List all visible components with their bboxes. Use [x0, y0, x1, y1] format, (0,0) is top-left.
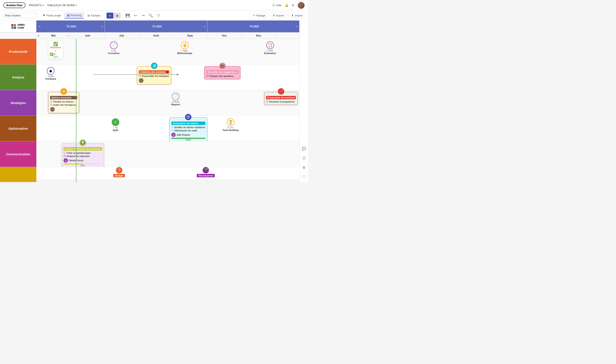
logo-button[interactable]: Bubble Plan — [3, 2, 26, 8]
month-spacer — [0, 33, 36, 39]
q4-collapse-button[interactable]: − — [296, 25, 298, 28]
automatiser-card[interactable]: ☰ Automatiser les tâches ☑dentifier les … — [169, 117, 207, 143]
rapport-date: 29 Août — [172, 101, 179, 103]
logo-cell — [14, 24, 16, 26]
category-communication[interactable]: Communication — [0, 142, 36, 167]
category-column: Productivité Analyse Stratégies Optimisa… — [0, 39, 36, 182]
programme-card[interactable]: 📌 Programme de mentorat ☐Structurer le p… — [264, 92, 298, 105]
bell-button[interactable]: 🔔 — [285, 4, 288, 7]
q3-label: T3 2024 — [152, 25, 162, 28]
q2-expand-button[interactable]: + — [38, 25, 41, 28]
programme-task-1: ☐Structurer le programme — [266, 100, 296, 103]
logo-area: AMMACORP — [0, 21, 36, 32]
pomodoro-milestone[interactable]: ✅ Pomodoro ≡ ✅ V... 100% — [48, 40, 63, 59]
share-icon: ↗ — [252, 14, 255, 17]
category-productivite[interactable]: Productivité — [0, 39, 36, 65]
bell-icon: 🔔 — [285, 4, 288, 7]
kanban-button[interactable]: ⊞ Kanban — [85, 13, 103, 18]
category-optimisation[interactable]: Optimisation — [0, 116, 36, 142]
chat-button[interactable]: 💬 — [301, 145, 307, 152]
planning-button[interactable]: ▦ Planning — [64, 13, 84, 19]
automatiser-label: Automatiser les tâches — [173, 122, 198, 125]
q2-collapse-button[interactable]: − — [101, 25, 103, 28]
logo-cell — [11, 27, 14, 29]
month-aout: Août — [139, 33, 173, 39]
month-nov: Nov. — [242, 33, 276, 39]
methodologie-date: 7 Sept. — [181, 50, 188, 52]
ateliers-label: Ateliers mensuels — [51, 96, 71, 99]
main-area: AMMACORP + T2 2024 − T3 2024 − — [0, 21, 308, 182]
bubble-view-button[interactable]: ◆ — [114, 13, 121, 19]
recueillir-label: Recueillir des suggestions — [207, 71, 237, 73]
category-bottom[interactable] — [0, 167, 36, 182]
nav-projets[interactable]: PROJETS ▾ — [29, 4, 44, 7]
panel-settings-button[interactable]: ⚙ — [301, 164, 307, 171]
q3-collapse-button[interactable]: − — [204, 25, 205, 28]
mai-collapse-button[interactable]: − — [67, 34, 69, 37]
automatiser-task-2: ☑Sélectionner les outils — [171, 129, 205, 132]
import-button[interactable]: ⬇ Import — [288, 13, 305, 18]
teambuilding-milestone[interactable]: 🏆 27 Oct. Team-Building — [222, 118, 239, 131]
agile-milestone[interactable]: ✓ 7 Juil. Agile — [112, 118, 119, 131]
project-name-input[interactable] — [2, 13, 37, 18]
category-analyse[interactable]: Analyse — [0, 65, 36, 90]
save-button[interactable]: 💾 — [124, 12, 131, 19]
export-button[interactable]: ⬆ Export — [270, 13, 287, 18]
evaluation-label: Évaluation — [264, 52, 276, 54]
mai-expand-button[interactable]: + — [38, 34, 39, 37]
pomodoro-label: Pomodoro — [50, 46, 62, 49]
quarter-t4: T4 2024 − — [207, 21, 300, 32]
settings-button[interactable]: ⚙ — [292, 4, 294, 7]
methodologie-label: Méthodologie — [177, 52, 192, 54]
category-strategies[interactable]: Stratégies — [0, 90, 36, 116]
nav-tableaux[interactable]: TABLEAUX DE BORD ▾ — [47, 4, 77, 7]
fiche-projet-button[interactable]: ⚑ Fiche projet — [40, 13, 64, 18]
evaluation-milestone[interactable]: 📋 17 Nov. Évaluation — [264, 41, 276, 54]
undo-button[interactable]: ↩ — [132, 12, 139, 19]
tasks-button[interactable]: ☑ — [301, 155, 307, 161]
quarter-t3: T3 2024 − — [105, 21, 207, 32]
timeline-header: AMMACORP + T2 2024 − T3 2024 − — [0, 21, 300, 33]
evaluer-task-checked: ☑Créer un questionnaire — [64, 151, 102, 154]
planning-icon: ▦ — [67, 14, 69, 17]
automatiser-assignee: Julia Roques — [177, 133, 190, 136]
flag-icon: ⚑ — [43, 14, 45, 17]
avatar[interactable] — [298, 2, 305, 9]
panel-help-button[interactable]: ? — [301, 174, 306, 180]
gantt-area: ✅ Pomodoro ≡ ✅ V... 100% — [36, 39, 300, 182]
avatar-image — [298, 2, 305, 9]
partage-button[interactable]: ↗ Partage — [249, 13, 268, 18]
feedback-milestone[interactable]: ◆ 16 Mai Feedback — [45, 67, 56, 80]
aide-button[interactable]: ⓘ Aide — [272, 3, 281, 7]
rapport-milestone[interactable]: 📄 29 Août Rapport — [171, 93, 180, 106]
tableaux-arrow: ▾ — [76, 4, 77, 6]
gear-icon: ⚙ — [292, 4, 294, 7]
formation-milestone[interactable]: 📄 2 Juil. Formation — [108, 41, 120, 54]
formation-date: 2 Juil. — [111, 50, 117, 52]
feedback-label: Feedback — [45, 78, 56, 80]
logo-cell — [14, 27, 16, 29]
ateliers-card[interactable]: ⚙ Ateliers mensuels ☐Planifier les thème… — [48, 92, 79, 113]
redo-button[interactable]: ↪ — [140, 12, 147, 19]
month-oct: Oct. — [207, 33, 242, 39]
methodologie-milestone[interactable]: 🖐 7 Sept. Méthodologie — [177, 41, 192, 54]
formation-label: Formation — [108, 52, 120, 54]
evaluer-label: Évaluer l'efficacité des réunions — [65, 148, 101, 150]
recompense-item[interactable]: 🎬 Récompense — [197, 167, 215, 177]
automatiser-task-1: ☑dentifier les tâches répétitives — [171, 126, 205, 129]
logo-cell — [11, 24, 14, 26]
teambuilding-date: 27 Oct. — [227, 127, 234, 129]
evaluer-card[interactable]: 📢 Évaluer l'efficacité des réunions ☑Cré… — [62, 143, 104, 168]
filter-button[interactable]: ▽ — [155, 12, 162, 19]
budget-item[interactable]: ? Budget — [113, 167, 125, 177]
recueillir-task-1: ☐Préparer des questions — [206, 75, 238, 77]
search-button[interactable]: 🔍 — [147, 12, 154, 19]
recueillir-card[interactable]: 👥 Recueillir des suggestions ☐Préparer d… — [204, 66, 240, 79]
month-juil: Juil. — [105, 33, 139, 39]
list-view-button[interactable]: ≡ — [107, 13, 113, 19]
import-icon: ⬇ — [291, 14, 294, 17]
collecte-card[interactable]: 🖥 Collectes des données ☐Rassembler les … — [137, 66, 171, 84]
collecte-task-1: ☐Rassembler les métriques — [139, 75, 169, 77]
top-nav: Bubble Plan PROJETS ▾ TABLEAUX DE BORD ▾… — [0, 0, 308, 11]
company-logo: AMMACORP — [11, 24, 25, 29]
